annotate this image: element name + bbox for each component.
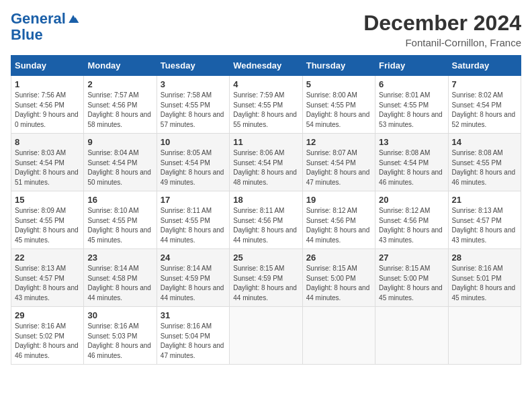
sunrise-label: Sunrise: 8:10 AM — [87, 207, 138, 214]
sunrise-label: Sunrise: 7:59 AM — [233, 91, 284, 99]
sunrise-label: Sunrise: 8:16 AM — [87, 322, 138, 330]
calendar-cell: 9Sunrise: 8:04 AMSunset: 4:54 PMDaylight… — [84, 134, 157, 191]
sunset-label: Sunset: 4:55 PM — [306, 101, 356, 109]
sunrise-label: Sunrise: 8:09 AM — [15, 207, 66, 214]
col-wednesday: Wednesday — [230, 56, 302, 76]
logo-text: General — [11, 11, 80, 27]
daylight-label: Daylight: 8 hours and 43 minutes. — [379, 226, 443, 244]
day-info: Sunrise: 8:15 AMSunset: 4:59 PMDaylight:… — [233, 264, 298, 303]
sunrise-label: Sunrise: 8:11 AM — [161, 207, 212, 214]
daylight-label: Daylight: 8 hours and 44 minutes. — [161, 226, 224, 244]
sunrise-label: Sunrise: 8:02 AM — [452, 91, 503, 99]
daylight-label: Daylight: 8 hours and 44 minutes. — [306, 226, 370, 244]
day-number: 3 — [161, 79, 226, 89]
sunset-label: Sunset: 4:56 PM — [15, 101, 64, 109]
calendar-cell: 12Sunrise: 8:07 AMSunset: 4:54 PMDayligh… — [302, 134, 375, 191]
day-number: 28 — [452, 253, 517, 263]
day-info: Sunrise: 7:58 AMSunset: 4:55 PMDaylight:… — [161, 91, 226, 130]
day-number: 14 — [452, 137, 517, 147]
sunset-label: Sunset: 4:55 PM — [15, 217, 64, 224]
sunrise-label: Sunrise: 8:12 AM — [379, 207, 430, 214]
calendar-week-2: 8Sunrise: 8:03 AMSunset: 4:54 PMDaylight… — [11, 134, 521, 191]
day-info: Sunrise: 8:12 AMSunset: 4:56 PMDaylight:… — [306, 206, 371, 245]
day-number: 5 — [306, 79, 371, 89]
sunrise-label: Sunrise: 8:14 AM — [87, 265, 138, 272]
calendar-cell: 16Sunrise: 8:10 AMSunset: 4:55 PMDayligh… — [84, 191, 157, 249]
calendar-cell: 27Sunrise: 8:15 AMSunset: 5:00 PMDayligh… — [375, 249, 448, 307]
sunrise-label: Sunrise: 8:13 AM — [15, 265, 66, 272]
sunrise-label: Sunrise: 8:08 AM — [379, 149, 430, 156]
sunrise-label: Sunrise: 8:12 AM — [306, 207, 357, 214]
col-tuesday: Tuesday — [157, 56, 229, 76]
day-info: Sunrise: 8:16 AMSunset: 5:03 PMDaylight:… — [87, 322, 152, 361]
daylight-label: Daylight: 9 hours and 0 minutes. — [15, 111, 79, 128]
daylight-label: Daylight: 8 hours and 48 minutes. — [233, 169, 297, 186]
logo-blue: Blue — [11, 27, 80, 43]
calendar-cell: 6Sunrise: 8:01 AMSunset: 4:55 PMDaylight… — [375, 76, 448, 134]
daylight-label: Daylight: 8 hours and 51 minutes. — [15, 169, 79, 186]
sunrise-label: Sunrise: 7:57 AM — [87, 91, 138, 99]
day-number: 17 — [161, 195, 226, 205]
daylight-label: Daylight: 8 hours and 46 minutes. — [15, 342, 79, 359]
logo-icon — [66, 13, 80, 26]
day-number: 19 — [306, 195, 371, 205]
day-number: 10 — [161, 137, 226, 147]
day-number: 26 — [306, 253, 371, 263]
calendar-cell — [230, 307, 302, 365]
day-info: Sunrise: 8:13 AMSunset: 4:57 PMDaylight:… — [15, 264, 80, 303]
day-number: 6 — [379, 79, 444, 89]
calendar-cell: 30Sunrise: 8:16 AMSunset: 5:03 PMDayligh… — [84, 307, 157, 365]
day-info: Sunrise: 8:08 AMSunset: 4:54 PMDaylight:… — [379, 148, 444, 187]
col-saturday: Saturday — [448, 56, 521, 76]
sunrise-label: Sunrise: 8:16 AM — [15, 322, 66, 330]
calendar-body: 1Sunrise: 7:56 AMSunset: 4:56 PMDaylight… — [11, 76, 521, 365]
daylight-label: Daylight: 8 hours and 45 minutes. — [15, 226, 79, 244]
day-number: 18 — [233, 195, 298, 205]
day-number: 12 — [306, 137, 371, 147]
calendar-cell: 29Sunrise: 8:16 AMSunset: 5:02 PMDayligh… — [11, 307, 84, 365]
day-number: 15 — [15, 195, 80, 205]
calendar-cell: 13Sunrise: 8:08 AMSunset: 4:54 PMDayligh… — [375, 134, 448, 191]
day-number: 27 — [379, 253, 444, 263]
day-info: Sunrise: 8:02 AMSunset: 4:54 PMDaylight:… — [452, 91, 517, 130]
sunrise-label: Sunrise: 8:14 AM — [161, 265, 212, 272]
calendar-cell: 19Sunrise: 8:12 AMSunset: 4:56 PMDayligh… — [302, 191, 375, 249]
calendar-table: Sunday Monday Tuesday Wednesday Thursday… — [11, 55, 521, 365]
calendar-cell: 26Sunrise: 8:15 AMSunset: 5:00 PMDayligh… — [302, 249, 375, 307]
day-info: Sunrise: 8:14 AMSunset: 4:58 PMDaylight:… — [87, 264, 152, 303]
sunset-label: Sunset: 4:59 PM — [161, 275, 210, 282]
calendar-cell: 8Sunrise: 8:03 AMSunset: 4:54 PMDaylight… — [11, 134, 84, 191]
day-number: 25 — [233, 253, 298, 263]
daylight-label: Daylight: 8 hours and 58 minutes. — [87, 111, 151, 128]
daylight-label: Daylight: 8 hours and 52 minutes. — [452, 111, 516, 128]
calendar-week-1: 1Sunrise: 7:56 AMSunset: 4:56 PMDaylight… — [11, 76, 521, 134]
calendar-cell: 22Sunrise: 8:13 AMSunset: 4:57 PMDayligh… — [11, 249, 84, 307]
sunset-label: Sunset: 4:59 PM — [233, 275, 283, 282]
sunrise-label: Sunrise: 7:58 AM — [161, 91, 212, 99]
header-row: Sunday Monday Tuesday Wednesday Thursday… — [11, 56, 521, 76]
calendar-cell: 10Sunrise: 8:05 AMSunset: 4:54 PMDayligh… — [157, 134, 229, 191]
daylight-label: Daylight: 8 hours and 44 minutes. — [161, 284, 224, 302]
calendar-cell: 21Sunrise: 8:13 AMSunset: 4:57 PMDayligh… — [448, 191, 521, 249]
col-friday: Friday — [375, 56, 448, 76]
day-number: 30 — [87, 310, 152, 320]
day-info: Sunrise: 8:16 AMSunset: 5:04 PMDaylight:… — [161, 322, 226, 361]
day-number: 11 — [233, 137, 298, 147]
sunrise-label: Sunrise: 8:07 AM — [306, 149, 357, 156]
main-title: December 2024 — [363, 11, 521, 36]
sunrise-label: Sunrise: 8:08 AM — [452, 149, 503, 156]
day-info: Sunrise: 8:08 AMSunset: 4:55 PMDaylight:… — [452, 148, 517, 187]
sunrise-label: Sunrise: 8:15 AM — [379, 265, 430, 272]
day-number: 31 — [161, 310, 226, 320]
col-thursday: Thursday — [302, 56, 375, 76]
daylight-label: Daylight: 8 hours and 46 minutes. — [87, 342, 151, 359]
sunset-label: Sunset: 4:54 PM — [233, 159, 283, 167]
day-info: Sunrise: 8:03 AMSunset: 4:54 PMDaylight:… — [15, 148, 80, 187]
sunrise-label: Sunrise: 8:15 AM — [233, 265, 284, 272]
daylight-label: Daylight: 8 hours and 57 minutes. — [161, 111, 224, 128]
calendar-cell: 25Sunrise: 8:15 AMSunset: 4:59 PMDayligh… — [230, 249, 302, 307]
day-number: 4 — [233, 79, 298, 89]
daylight-label: Daylight: 8 hours and 54 minutes. — [306, 111, 370, 128]
day-info: Sunrise: 8:06 AMSunset: 4:54 PMDaylight:… — [233, 148, 298, 187]
day-info: Sunrise: 8:00 AMSunset: 4:55 PMDaylight:… — [306, 91, 371, 130]
